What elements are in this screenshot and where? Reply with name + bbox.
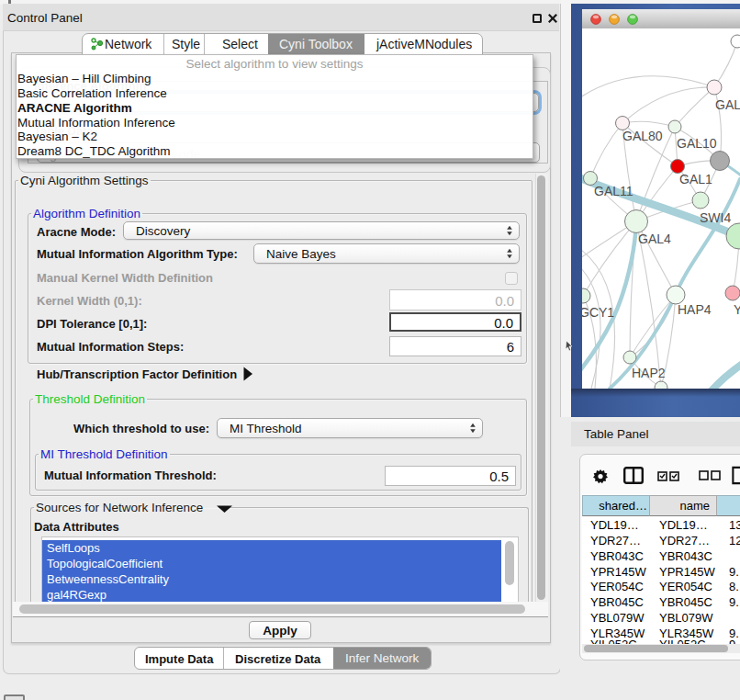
- svg-text:GCY1: GCY1: [582, 305, 614, 320]
- svg-text:GAL11: GAL11: [594, 184, 633, 198]
- svg-text:GAL4: GAL4: [638, 231, 671, 246]
- svg-text:GAL10: GAL10: [677, 136, 717, 151]
- svg-text:GAL80: GAL80: [622, 129, 663, 143]
- svg-text:HAP4: HAP4: [678, 302, 712, 317]
- svg-text:GAL1: GAL1: [679, 172, 712, 186]
- svg-text:YJ: YJ: [734, 302, 740, 317]
- svg-text:GAL7: GAL7: [715, 97, 740, 112]
- svg-text:SWI4: SWI4: [700, 210, 731, 225]
- svg-text:HAP2: HAP2: [632, 366, 666, 380]
